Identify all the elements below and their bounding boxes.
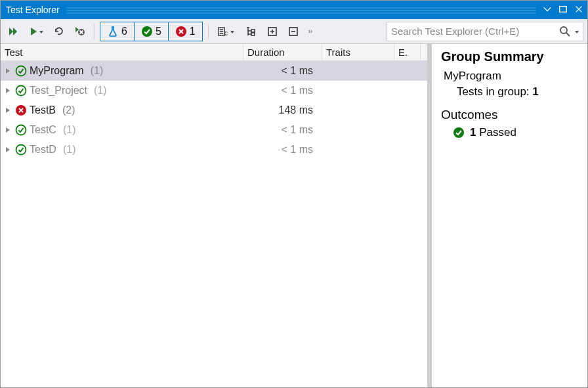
counter-passed[interactable]: 5 — [135, 22, 169, 41]
summary-tests-in-group: Tests in group: 1 — [457, 85, 578, 98]
maximize-icon[interactable] — [558, 5, 568, 16]
pass-icon — [15, 124, 27, 136]
svg-point-16 — [453, 127, 464, 138]
title-bar: Test Explorer — [1, 1, 587, 19]
window-title: Test Explorer — [5, 5, 60, 15]
flask-icon — [107, 26, 119, 37]
pass-icon — [15, 65, 27, 77]
test-name: TestD — [30, 144, 56, 156]
main-area: Test Duration Traits E. MyProgram(1)< 1 … — [1, 44, 587, 388]
test-name: Test_Project — [30, 85, 87, 97]
search-icon[interactable] — [559, 26, 571, 37]
fail-icon — [15, 104, 27, 116]
expand-icon[interactable] — [6, 88, 10, 93]
expand-icon[interactable] — [6, 147, 10, 152]
repeat-run-button[interactable] — [51, 22, 68, 41]
counter-failed-value: 1 — [190, 26, 196, 37]
test-duration: < 1 ms — [243, 65, 322, 77]
summary-outcomes-heading: Outcomes — [441, 108, 578, 122]
test-row[interactable]: TestD(1)< 1 ms — [1, 140, 427, 160]
summary-panel: Group Summary MyProgram Tests in group: … — [431, 44, 587, 388]
test-count: (1) — [91, 65, 104, 77]
test-rows: MyProgram(1)< 1 msTest_Project(1)< 1 msT… — [1, 61, 427, 388]
test-name: MyProgram — [30, 65, 84, 77]
test-duration: < 1 ms — [243, 124, 322, 136]
collapse-all-button[interactable] — [285, 22, 302, 41]
pass-icon — [453, 127, 465, 139]
pass-icon — [15, 144, 27, 156]
test-list-panel: Test Duration Traits E. MyProgram(1)< 1 … — [1, 44, 427, 388]
counter-total[interactable]: 6 — [100, 22, 135, 41]
pass-icon — [15, 85, 27, 97]
search-dropdown-icon[interactable] — [575, 31, 579, 33]
dropdown-icon[interactable] — [543, 5, 552, 16]
counter-passed-value: 5 — [156, 26, 161, 37]
separator — [208, 24, 209, 39]
summary-group-name: MyProgram — [444, 70, 578, 83]
summary-tests-label: Tests in group: — [457, 85, 530, 98]
counter-total-value: 6 — [121, 26, 127, 37]
svg-point-2 — [142, 26, 152, 37]
separator — [94, 24, 94, 39]
playlist-button[interactable] — [214, 22, 238, 41]
expand-all-button[interactable] — [264, 22, 281, 41]
run-button[interactable] — [26, 22, 47, 41]
test-row[interactable]: MyProgram(1)< 1 ms — [1, 61, 427, 81]
outcome-text: 1 Passed — [470, 126, 516, 139]
test-duration: < 1 ms — [243, 85, 322, 97]
test-row[interactable]: TestB(2)148 ms — [1, 100, 427, 120]
column-error[interactable]: E. — [394, 44, 421, 60]
column-test[interactable]: Test — [1, 44, 243, 60]
svg-point-10 — [560, 27, 567, 33]
test-count: (1) — [94, 85, 107, 97]
expand-icon[interactable] — [6, 108, 10, 113]
outcome-count: 1 — [470, 126, 476, 139]
run-failed-button[interactable] — [72, 22, 89, 41]
expand-icon[interactable] — [6, 68, 10, 74]
close-icon[interactable] — [574, 5, 583, 16]
summary-heading: Group Summary — [441, 49, 578, 64]
summary-tests-count: 1 — [532, 85, 538, 98]
test-count: (1) — [63, 124, 76, 136]
outcome-label: Passed — [479, 126, 516, 139]
window-buttons — [543, 5, 583, 16]
column-duration[interactable]: Duration — [243, 44, 322, 60]
test-count: (2) — [62, 104, 75, 116]
expand-icon[interactable] — [6, 127, 10, 133]
test-row[interactable]: Test_Project(1)< 1 ms — [1, 81, 427, 100]
search-box[interactable] — [387, 22, 583, 41]
pass-icon — [141, 26, 153, 37]
svg-rect-7 — [251, 33, 255, 35]
group-by-button[interactable] — [242, 22, 260, 41]
svg-rect-6 — [251, 30, 255, 32]
column-headers: Test Duration Traits E. — [1, 44, 427, 61]
title-pattern — [66, 6, 536, 14]
toolbar-overflow-icon[interactable]: ›› — [306, 30, 316, 33]
run-all-button[interactable] — [5, 22, 22, 41]
counter-failed[interactable]: 1 — [169, 22, 202, 41]
outcome-row: 1 Passed — [453, 126, 578, 139]
test-counters: 6 5 1 — [100, 22, 203, 41]
search-input[interactable] — [391, 26, 556, 37]
test-name: TestC — [30, 124, 56, 136]
column-traits[interactable]: Traits — [322, 44, 394, 60]
test-count: (1) — [63, 144, 76, 156]
test-duration: < 1 ms — [243, 144, 322, 156]
test-row[interactable]: TestC(1)< 1 ms — [1, 120, 427, 140]
test-duration: 148 ms — [243, 104, 322, 116]
svg-rect-0 — [560, 6, 567, 12]
fail-icon — [175, 26, 187, 37]
test-name: TestB — [30, 104, 56, 116]
toolbar: 6 5 1 ›› — [1, 19, 587, 44]
